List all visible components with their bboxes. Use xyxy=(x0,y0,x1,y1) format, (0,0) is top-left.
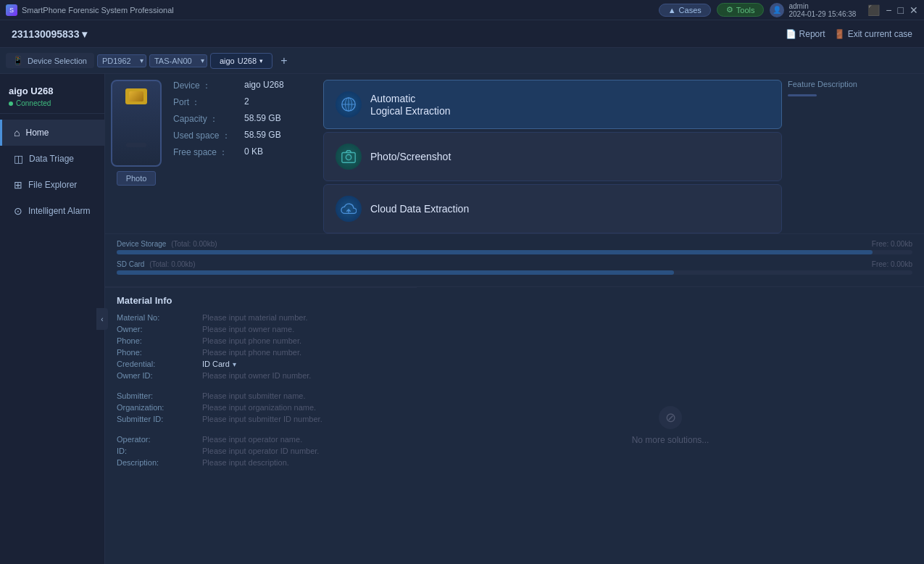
titlebar-right: ▲ Cases ⚙ Tools 👤 admin 2024-01-29 15:46… xyxy=(659,2,918,18)
close-button[interactable]: ✕ xyxy=(910,5,918,15)
description-input[interactable] xyxy=(202,458,405,467)
logical-extraction-label: Automatic Logical Extraction xyxy=(370,92,451,117)
user-info: 👤 admin 2024-01-29 15:46:38 xyxy=(770,2,856,18)
device-storage-total: (Total: 0.00kb) xyxy=(171,240,217,248)
credential-value: ID Card xyxy=(202,360,230,368)
svg-point-5 xyxy=(346,154,351,159)
device-info-inner: Photo Device ： aigo U268 Port ： 2 xyxy=(111,80,317,186)
extraction-cloud-button[interactable]: Cloud Data Extraction xyxy=(323,184,782,233)
organization-input[interactable] xyxy=(202,403,405,412)
phone2-input[interactable] xyxy=(202,348,405,357)
app-name: SmartPhone Forensic System Professional xyxy=(22,6,174,14)
operator-id-label: ID: xyxy=(117,447,196,455)
sdcard-total: (Total: 0.00kb) xyxy=(149,260,195,268)
tab-device-selection[interactable]: 📱 Device Selection xyxy=(6,53,94,68)
sdcard-storage-row: SD Card (Total: 0.00kb) Free: 0.00kb xyxy=(117,260,912,275)
tools-icon: ⚙ xyxy=(726,5,733,14)
home-icon: ⌂ xyxy=(14,127,20,138)
main-content: Photo Device ： aigo U268 Port ： 2 xyxy=(105,74,924,564)
cases-button[interactable]: ▲ Cases xyxy=(659,4,711,17)
sim-card-icon xyxy=(125,88,147,104)
tab-device-icon: 📱 xyxy=(13,56,23,65)
sidebar-item-data-triage[interactable]: ◫ Data Triage xyxy=(0,146,104,172)
case-dropdown-icon[interactable]: ▾ xyxy=(82,28,87,40)
sidebar-device-status: Connected xyxy=(9,99,96,107)
sidebar: aigo U268 Connected ⌂ Home ◫ Data Triage… xyxy=(0,74,105,564)
credential-label: Credential: xyxy=(117,360,196,368)
organization-label: Organization: xyxy=(117,403,196,412)
submitter-id-input[interactable] xyxy=(202,415,405,423)
sidebar-device-name: aigo U268 xyxy=(9,86,96,96)
extraction-panel: Automatic Logical Extraction xyxy=(323,80,782,233)
tab-pd1962-wrap: PD1962 xyxy=(97,54,146,67)
operator-label: Operator: xyxy=(117,435,196,444)
material-no-input[interactable] xyxy=(202,313,405,322)
extraction-photo-button[interactable]: Photo/Screenshot xyxy=(323,132,782,181)
sidebar-item-intelligent-alarm[interactable]: ⊙ Intelligent Alarm xyxy=(0,198,104,224)
maximize-button[interactable]: □ xyxy=(898,5,904,15)
main-layout: aigo U268 Connected ⌂ Home ◫ Data Triage… xyxy=(0,74,924,564)
sidebar-item-home[interactable]: ⌂ Home xyxy=(0,120,104,146)
description-label: Description: xyxy=(117,458,196,467)
phone1-input[interactable] xyxy=(202,336,405,345)
report-button[interactable]: 📄 Report xyxy=(786,29,825,39)
phone2-label: Phone: xyxy=(117,348,196,357)
status-dot-icon xyxy=(9,101,13,106)
sdcard-storage-bar-bg xyxy=(117,270,912,275)
filter-icon[interactable]: ⬛ xyxy=(867,5,880,15)
titlebar: S SmartPhone Forensic System Professiona… xyxy=(0,0,924,20)
photo-button[interactable]: Photo xyxy=(117,171,157,186)
tab-dropdown-icon: ▾ xyxy=(259,57,263,65)
top-content-row: Photo Device ： aigo U268 Port ： 2 xyxy=(105,74,924,233)
tabbar: 📱 Device Selection PD1962 TAS-AN00 aigo … xyxy=(0,48,924,74)
toolbar-left: 231130095833 ▾ xyxy=(12,28,87,40)
sidebar-collapse-button[interactable]: ‹ xyxy=(96,308,108,330)
user-details: admin 2024-01-29 15:46:38 xyxy=(788,2,856,18)
owner-id-label: Owner ID: xyxy=(117,371,196,380)
spec-free: Free space ： 0 KB xyxy=(173,146,317,159)
device-photo-wrap: Photo xyxy=(111,80,162,186)
tab-tas-an00-wrap: TAS-AN00 xyxy=(149,54,207,67)
tab-tas-an00-select[interactable]: TAS-AN00 xyxy=(149,54,207,67)
credential-chevron-icon[interactable]: ▾ xyxy=(233,360,236,368)
minimize-button[interactable]: − xyxy=(886,5,891,15)
tab-add-button[interactable]: + xyxy=(275,52,293,70)
no-solutions-text: No more solutions... xyxy=(632,435,709,445)
owner-input[interactable] xyxy=(202,325,405,333)
sidebar-item-file-explorer[interactable]: ⊞ File Explorer xyxy=(0,172,104,198)
app-logo: S xyxy=(6,4,17,16)
sdcard-storage-label: SD Card (Total: 0.00kb) xyxy=(117,260,196,268)
storage-section: Device Storage (Total: 0.00kb) Free: 0.0… xyxy=(105,233,924,286)
sdcard-storage-bar-fill xyxy=(117,270,674,275)
phone1-label: Phone: xyxy=(117,336,196,345)
device-storage-bar-bg xyxy=(117,250,912,254)
data-triage-icon: ◫ xyxy=(14,153,23,165)
material-no-label: Material No: xyxy=(117,313,196,322)
tab-aigo-u268[interactable]: aigo U268 ▾ xyxy=(210,53,272,69)
material-info-grid: Material No: Owner: Phone: Phone: Creden… xyxy=(117,313,405,467)
file-explorer-icon: ⊞ xyxy=(14,179,22,191)
exit-case-button[interactable]: 🚪 Exit current case xyxy=(834,29,912,39)
tab-pd1962-select[interactable]: PD1962 xyxy=(97,54,146,67)
alarm-icon: ⊙ xyxy=(14,205,22,217)
device-storage-free: Free: 0.00kb xyxy=(872,240,912,248)
feature-desc-bar xyxy=(788,94,817,96)
submitter-input[interactable] xyxy=(202,391,405,400)
device-storage-label: Device Storage (Total: 0.00kb) xyxy=(117,240,217,248)
operator-input[interactable] xyxy=(202,435,405,444)
device-storage-row: Device Storage (Total: 0.00kb) Free: 0.0… xyxy=(117,240,912,254)
operator-id-input[interactable] xyxy=(202,447,405,455)
no-solutions-panel: ⊘ No more solutions... xyxy=(417,287,924,564)
user-avatar: 👤 xyxy=(770,3,784,17)
case-id: 231130095833 ▾ xyxy=(12,28,87,40)
spec-used: Used space ： 58.59 GB xyxy=(173,130,317,142)
cases-icon: ▲ xyxy=(668,6,676,14)
tools-button[interactable]: ⚙ Tools xyxy=(717,3,765,17)
extraction-logical-button[interactable]: Automatic Logical Extraction xyxy=(323,80,782,129)
report-icon: 📄 xyxy=(786,29,796,39)
window-controls: ⬛ − □ ✕ xyxy=(867,5,918,15)
owner-id-input[interactable] xyxy=(202,371,405,380)
left-bottom: Material Info Material No: Owner: Phone:… xyxy=(105,287,417,564)
no-solutions-icon: ⊘ xyxy=(659,406,682,429)
material-divider-1 xyxy=(117,383,405,389)
